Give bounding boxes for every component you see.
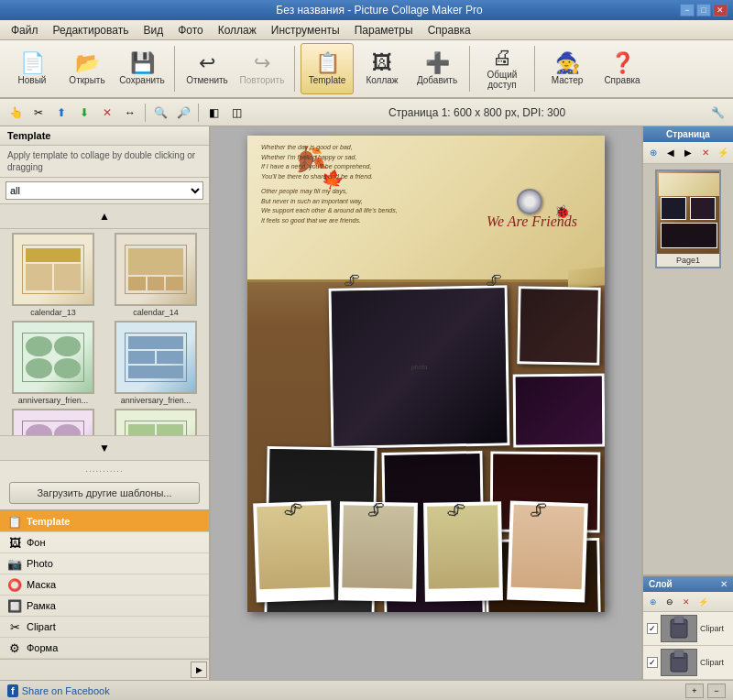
- layer-delete-button[interactable]: ✕: [679, 595, 694, 609]
- tab-template[interactable]: 📋 Template: [0, 511, 209, 532]
- title-bar-text: Без названия - Picture Collage Maker Pro: [79, 4, 680, 16]
- template-thumb-calendar13[interactable]: [12, 233, 94, 306]
- pages-toolbar: ⊕ ◀ ▶ ✕ ⚡: [643, 142, 733, 164]
- help-button[interactable]: ❓ Справка: [596, 43, 649, 94]
- template-item-anniv2[interactable]: anniversary_frien...: [106, 321, 205, 405]
- maximize-button[interactable]: □: [696, 4, 711, 16]
- template-item-april1[interactable]: ▓▓▓▓▓▓ april fools_02: [4, 409, 103, 435]
- save-button[interactable]: 💾 Сохранить: [115, 43, 169, 94]
- main-toolbar: 📄 Новый 📂 Открыть 💾 Сохранить ↩ Отменить…: [0, 40, 733, 99]
- template-row-2: anniversary_frien... anniversa: [4, 321, 205, 405]
- template-item-april2[interactable]: april fools_03: [106, 409, 205, 435]
- template-thumb-april1[interactable]: ▓▓▓▓▓▓: [12, 409, 94, 435]
- fon-tab-icon: 🖼: [7, 535, 22, 550]
- page-next-button[interactable]: ▶: [681, 145, 696, 161]
- layer-down-button[interactable]: ⊖: [662, 595, 677, 609]
- tool-align-center[interactable]: ◫: [226, 103, 246, 123]
- open-icon: 📂: [75, 53, 100, 73]
- open-button[interactable]: 📂 Открыть: [60, 43, 114, 94]
- zoom-in-bottom[interactable]: +: [685, 684, 704, 698]
- svg-rect-4: [674, 651, 684, 658]
- photo-slot-top-right[interactable]: [517, 286, 600, 366]
- minimize-button[interactable]: −: [680, 4, 695, 16]
- zoom-out-bottom[interactable]: −: [707, 684, 726, 698]
- svg-rect-2: [673, 623, 685, 625]
- filter-row: all calendar anniversary april fools: [0, 178, 209, 204]
- panel-description: Apply template to collage by double clic…: [0, 146, 209, 178]
- template-item-calendar13[interactable]: calendar_13: [4, 233, 103, 317]
- page-delete-button[interactable]: ✕: [697, 145, 713, 161]
- load-more-button[interactable]: Загрузить другие шаблоны...: [9, 482, 200, 504]
- scroll-up-button[interactable]: ▲: [94, 206, 115, 226]
- page-thumb-1[interactable]: Page1: [655, 170, 721, 268]
- binder-clip-bottom-3: 🖇: [445, 498, 466, 522]
- tool-up[interactable]: ⬆: [51, 103, 71, 123]
- template-thumb-anniv1[interactable]: [12, 321, 94, 394]
- menu-bar: Файл Редактировать Вид Фото Коллаж Инстр…: [0, 20, 733, 40]
- filter-select[interactable]: all calendar anniversary april fools: [5, 181, 203, 200]
- photo-slot-mid-right[interactable]: [513, 374, 605, 448]
- tab-fon[interactable]: 🖼 Фон: [0, 532, 209, 553]
- tab-clipart[interactable]: ✂ Clipart: [0, 617, 209, 638]
- tool-extra1[interactable]: 🔧: [707, 103, 728, 123]
- layers-close-button[interactable]: ✕: [720, 579, 728, 589]
- page-thumb-image-1: [657, 171, 721, 254]
- template-item-anniv1[interactable]: anniversary_frien...: [4, 321, 103, 405]
- tool-down[interactable]: ⬇: [74, 103, 94, 123]
- template-item-calendar14[interactable]: calendar_14: [106, 233, 205, 317]
- new-button[interactable]: 📄 Новый: [5, 43, 59, 94]
- undo-button[interactable]: ↩ Отменить: [181, 43, 234, 94]
- layer-checkbox-2[interactable]: ✓: [647, 657, 658, 668]
- menu-tools[interactable]: Инструменты: [264, 22, 347, 38]
- tab-maska[interactable]: ⭕ Маска: [0, 574, 209, 596]
- tab-forma[interactable]: ⚙ Форма: [0, 638, 209, 659]
- share-facebook-button[interactable]: f Share on Facebook: [7, 684, 110, 697]
- tool-select[interactable]: 👆: [5, 103, 26, 123]
- menu-params[interactable]: Параметры: [347, 22, 421, 38]
- redo-button[interactable]: ↪ Повторить: [235, 43, 289, 94]
- layer-thumb-1: [661, 615, 697, 642]
- photo-slot-center[interactable]: photo: [328, 285, 509, 448]
- tool-crop[interactable]: ✂: [28, 103, 49, 123]
- page-prev-button[interactable]: ◀: [663, 145, 679, 161]
- tab-ramka[interactable]: 🔲 Рамка: [0, 596, 209, 617]
- expand-arrow[interactable]: ▶: [191, 662, 207, 678]
- svg-rect-1: [674, 617, 684, 624]
- menu-help[interactable]: Справка: [421, 22, 478, 38]
- template-thumb-calendar14[interactable]: [115, 233, 197, 306]
- menu-file[interactable]: Файл: [4, 22, 46, 38]
- page-thumb-label-1: Page1: [657, 254, 719, 267]
- template-icon: 📋: [315, 53, 340, 73]
- canvas-area[interactable]: 🍂 🍁 Whether the day is good or bad, Whet…: [211, 126, 641, 680]
- share-button[interactable]: 🖨 Общий доступ: [476, 43, 529, 94]
- add-button[interactable]: ➕ Добавить: [410, 43, 464, 94]
- menu-view[interactable]: Вид: [136, 22, 170, 38]
- close-button[interactable]: ✕: [713, 4, 728, 16]
- collage-canvas[interactable]: 🍂 🍁 Whether the day is good or bad, Whet…: [247, 136, 605, 612]
- collage-button[interactable]: 🖼 Коллаж: [356, 43, 409, 94]
- panel-header: Template: [0, 126, 209, 146]
- page-refresh-button[interactable]: ⚡: [715, 145, 730, 161]
- template-thumb-anniv2[interactable]: [115, 321, 197, 394]
- menu-edit[interactable]: Редактировать: [46, 22, 137, 38]
- binder-clip-bottom-2: 🖇: [366, 498, 386, 521]
- tool-zoom-in[interactable]: 🔎: [173, 103, 193, 123]
- template-label-anniv2: anniversary_frien...: [115, 396, 197, 405]
- layer-up-button[interactable]: ⊕: [646, 595, 661, 609]
- tab-photo[interactable]: 📷 Photo: [0, 553, 209, 574]
- bottom-bar: f Share on Facebook + −: [0, 680, 733, 700]
- layer-extra-button[interactable]: ⚡: [695, 595, 710, 609]
- tool-align-left[interactable]: ◧: [203, 103, 224, 123]
- template-button[interactable]: 📋 Template: [301, 43, 354, 94]
- tool-delete[interactable]: ✕: [97, 103, 117, 123]
- template-thumb-april2[interactable]: [115, 409, 197, 435]
- scroll-down-button[interactable]: ▼: [94, 438, 115, 458]
- menu-collage[interactable]: Коллаж: [211, 22, 264, 38]
- menu-photo[interactable]: Фото: [170, 22, 211, 38]
- page-add-button[interactable]: ⊕: [646, 145, 662, 161]
- new-icon: 📄: [20, 53, 45, 73]
- master-button[interactable]: 🧙 Мастер: [541, 43, 594, 94]
- tool-flip[interactable]: ↔: [120, 103, 140, 123]
- tool-zoom-out[interactable]: 🔍: [150, 103, 170, 123]
- layer-checkbox-1[interactable]: ✓: [647, 623, 658, 634]
